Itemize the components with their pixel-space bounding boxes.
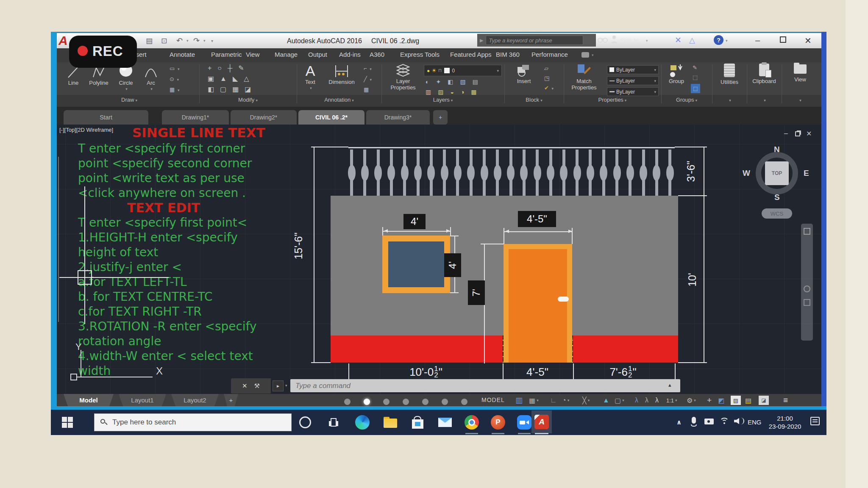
menu-parametric[interactable]: Parametric <box>211 51 242 58</box>
snap-icon[interactable]: ▦▾ <box>529 395 539 406</box>
viewcube-east[interactable]: E <box>804 169 809 178</box>
tab-layout2[interactable]: Layout2 <box>171 394 219 406</box>
viewport-close-icon[interactable]: ✕ <box>806 130 812 138</box>
task-view-icon[interactable] <box>327 418 340 427</box>
autocad-logo-icon[interactable]: A <box>58 33 68 48</box>
tab-model[interactable]: Model <box>64 394 114 406</box>
graphics-perf-icon[interactable]: ▤ <box>745 395 751 406</box>
command-recent-caret-icon[interactable]: ▾ <box>285 383 287 388</box>
tab-drawing1[interactable]: Drawing1* <box>162 110 229 125</box>
isometric-drafting-icon[interactable]: ╳▾ <box>582 395 590 406</box>
start-button[interactable] <box>62 417 73 428</box>
viewport-minimize-icon[interactable]: – <box>784 130 788 137</box>
text-tool[interactable]: A Text ▾ <box>299 63 321 92</box>
tab-new-drawing[interactable]: + <box>433 110 448 125</box>
clipboard-panel-caret[interactable]: ▾ <box>747 97 782 106</box>
circle-dropdown-icon[interactable]: ▾ <box>125 86 128 92</box>
annotation-scale[interactable]: 1:1▾ <box>666 395 677 406</box>
signin-dropdown-icon[interactable]: ▾ <box>646 39 648 43</box>
help-dropdown-icon[interactable]: ▾ <box>726 39 728 43</box>
isolate-objects-icon[interactable]: ◩ <box>718 395 724 406</box>
exchange-apps-icon[interactable]: ✕ <box>675 35 682 45</box>
viewcube-north[interactable]: N <box>774 145 780 154</box>
arc-tool[interactable]: Arc ▾ <box>141 64 161 92</box>
grid-icon[interactable]: ▥ <box>515 395 523 406</box>
layer-lock-icon[interactable]: ⊓ <box>438 68 442 73</box>
groups-panel-label[interactable]: Groups▾ <box>661 97 712 106</box>
layer-select[interactable]: ● ☀ ⊓ 0 ▾ <box>424 65 502 76</box>
wifi-icon[interactable] <box>720 418 729 424</box>
help-search-input[interactable] <box>486 36 583 45</box>
zoom-app-icon[interactable] <box>517 415 531 430</box>
tab-civil06-active[interactable]: CIVIL 06 .2* <box>298 110 364 125</box>
qat-dropdown-icon[interactable]: ▾ <box>211 39 213 43</box>
annotation-panel-label[interactable]: Annotation▾ <box>297 97 381 106</box>
ortho-icon[interactable]: ∟ <box>550 395 557 406</box>
hardware-accel-icon[interactable]: ▨ <box>731 396 741 405</box>
search-go-icon[interactable]: ▶ <box>480 38 483 43</box>
text-dropdown-icon[interactable]: ▾ <box>310 85 312 92</box>
viewcube-top-face[interactable]: TOP <box>765 161 789 185</box>
binoculars-search-icon[interactable] <box>598 36 607 42</box>
tab-drawing2[interactable]: Drawing2* <box>231 110 297 125</box>
camera-icon[interactable] <box>704 419 714 424</box>
undo-dropdown-icon[interactable]: ▾ <box>186 39 189 43</box>
group-button[interactable]: Group <box>665 64 688 84</box>
autoscale-icon[interactable]: λ <box>645 395 648 406</box>
layer-sun-icon[interactable]: ☀ <box>431 67 437 74</box>
modify-panel-label[interactable]: Modify▾ <box>199 97 297 106</box>
polar-tracking-icon[interactable]: ◔▾ <box>562 395 569 406</box>
menu-express-tools[interactable]: Express Tools <box>400 51 440 58</box>
color-control[interactable]: ByLayer ▾ <box>607 65 659 74</box>
cortana-icon[interactable] <box>299 416 311 428</box>
lineweight-control[interactable]: ByLayer ▾ <box>607 87 659 96</box>
command-close-icon[interactable]: ✕ <box>242 382 248 390</box>
linetype-dropdown-icon[interactable]: ▾ <box>654 79 656 83</box>
add-cleanup-icon[interactable]: + <box>707 395 712 406</box>
viewcube-south[interactable]: S <box>774 193 780 202</box>
tab-drawing3[interactable]: Drawing3* <box>366 110 430 125</box>
menu-featured-apps[interactable]: Featured Apps <box>450 51 492 58</box>
orbit-icon[interactable] <box>804 286 810 292</box>
view-button[interactable]: View <box>784 64 816 83</box>
minimize-button[interactable]: – <box>755 36 760 45</box>
wcs-menu[interactable]: WCS <box>762 208 792 219</box>
groups-extra-tools[interactable]: ✎⬚ <box>693 63 698 82</box>
edge-icon[interactable] <box>355 415 370 430</box>
action-center-icon[interactable] <box>810 417 820 425</box>
layer-color-swatch[interactable] <box>444 68 450 73</box>
layer-on-bulb-icon[interactable]: ● <box>427 68 430 74</box>
properties-panel-label[interactable]: Properties▾ <box>564 97 661 106</box>
microphone-icon[interactable] <box>692 417 696 424</box>
arc-dropdown-icon[interactable]: ▾ <box>150 86 153 92</box>
a360-icon[interactable]: △ <box>689 36 695 45</box>
navigation-bar[interactable] <box>801 224 813 341</box>
layer-tools-row-2[interactable]: ▥▨◒◑▩ <box>426 87 484 97</box>
modify-tools-grid[interactable]: +○┼✎▣▲◣△◧▢▦◪ <box>208 63 257 94</box>
language-indicator[interactable]: ENG <box>748 419 762 426</box>
utilities-button[interactable]: Utilities <box>715 64 743 85</box>
layer-tools-row-1[interactable]: ◐✦◧▧▤ <box>426 77 485 87</box>
menu-manage[interactable]: Manage <box>275 51 298 58</box>
linetype-control[interactable]: ByLayer ▾ <box>607 76 659 85</box>
layers-panel-label[interactable]: Layers▾ <box>381 97 504 106</box>
utilities-panel-caret[interactable]: ▾ <box>712 97 747 106</box>
dimension-tool[interactable]: Dimension <box>323 64 360 85</box>
record-camera-icon[interactable] <box>581 52 589 58</box>
sign-in-label[interactable]: Sign In <box>620 37 639 44</box>
match-properties-button[interactable]: Match Properties <box>568 64 600 91</box>
redo-icon[interactable]: ↷ <box>193 36 200 45</box>
layer-properties-button[interactable]: Layer Properties <box>387 64 420 91</box>
lineweight-dropdown-icon[interactable]: ▾ <box>654 90 656 94</box>
viewport-restore-icon[interactable] <box>795 131 800 136</box>
command-wrench-icon[interactable]: ⚒ <box>254 382 260 390</box>
clean-screen-icon[interactable]: ◪ <box>759 396 769 405</box>
menu-annotate[interactable]: Annotate <box>170 51 195 58</box>
autocad-taskbar-icon[interactable]: A <box>534 415 549 429</box>
clock[interactable]: 21:00 23-09-2020 <box>765 414 805 430</box>
command-recent-icon[interactable]: ▸ <box>273 380 284 391</box>
command-input[interactable] <box>290 379 680 392</box>
dynamic-input-icon[interactable]: ▢▾ <box>615 395 624 406</box>
insert-block-button[interactable]: Insert <box>511 64 537 84</box>
redo-dropdown-icon[interactable]: ▾ <box>203 39 206 43</box>
